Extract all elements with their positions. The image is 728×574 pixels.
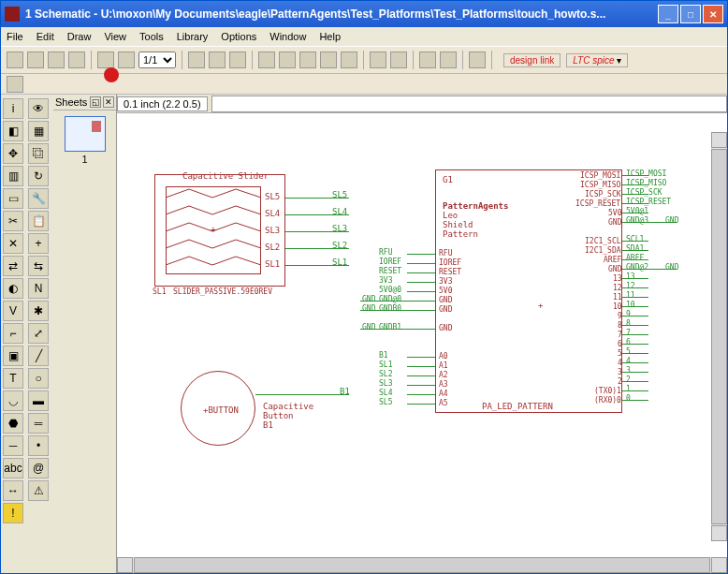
zoom-out-icon[interactable] xyxy=(299,52,316,68)
move-tool-icon[interactable]: ✥ xyxy=(3,143,23,164)
net-wire xyxy=(407,404,435,405)
dimension-tool-icon[interactable]: ↔ xyxy=(3,480,23,501)
delete-tool-icon[interactable]: ✕ xyxy=(3,233,23,254)
copy-tool-icon[interactable]: ⿻ xyxy=(28,143,49,164)
attribute-tool-icon[interactable]: @ xyxy=(28,458,49,478)
scroll-left-icon[interactable] xyxy=(117,557,133,573)
menu-edit[interactable]: Edit xyxy=(36,31,54,42)
value-tool-icon[interactable]: V xyxy=(3,301,23,321)
horizontal-scrollbar[interactable] xyxy=(117,557,727,573)
minimize-button[interactable]: _ xyxy=(658,5,678,23)
menu-view[interactable]: View xyxy=(104,31,126,42)
erc-tool-icon[interactable]: ⚠ xyxy=(28,480,49,501)
save-icon[interactable] xyxy=(27,52,44,68)
info-tool-icon[interactable]: i xyxy=(3,98,23,119)
scroll-down-icon[interactable] xyxy=(711,525,727,541)
close-button[interactable]: ✕ xyxy=(703,5,723,23)
sheets-close-icon[interactable]: ✕ xyxy=(103,96,114,108)
vertical-scrollbar[interactable] xyxy=(711,132,727,541)
script-icon[interactable] xyxy=(209,52,226,68)
undo-icon[interactable] xyxy=(370,52,386,68)
menu-help[interactable]: Help xyxy=(319,31,341,42)
zoom-redraw-icon[interactable] xyxy=(320,52,337,68)
paste-tool-icon[interactable]: 📋 xyxy=(28,211,49,231)
gateswap-tool-icon[interactable]: ⇆ xyxy=(28,256,49,276)
stop-icon[interactable] xyxy=(419,52,436,68)
junction-tool-icon[interactable]: • xyxy=(28,435,49,456)
ltc-spice-button[interactable]: LTC spice ▾ xyxy=(566,53,628,67)
miter-tool-icon[interactable]: ⌐ xyxy=(3,323,23,344)
ic-pin-label: (RX0)0 xyxy=(594,396,621,405)
invoke-tool-icon[interactable]: ▣ xyxy=(3,346,23,366)
zoom-in-icon[interactable] xyxy=(279,52,296,68)
cut-tool-icon[interactable]: ✂ xyxy=(3,211,23,231)
change-tool-icon[interactable]: 🔧 xyxy=(28,188,49,209)
menu-draw[interactable]: Draw xyxy=(67,31,92,42)
coord-readout: 0.1 inch (2.2 0.5) xyxy=(117,96,208,111)
zoom-fit-icon[interactable] xyxy=(258,52,275,68)
label-tool-icon[interactable]: abc xyxy=(3,458,23,478)
sheets-detach-icon[interactable]: ◱ xyxy=(90,96,101,108)
name-tool-icon[interactable]: N xyxy=(28,278,49,299)
go-icon[interactable] xyxy=(440,52,457,68)
menu-options[interactable]: Options xyxy=(221,31,256,42)
menu-tools[interactable]: Tools xyxy=(139,31,164,42)
split-tool-icon[interactable]: ⤢ xyxy=(28,323,49,344)
help-icon[interactable] xyxy=(469,52,486,68)
sheet-icon[interactable] xyxy=(118,52,135,68)
command-input[interactable] xyxy=(211,96,727,112)
errors-tool-icon[interactable]: ! xyxy=(3,503,23,523)
menu-file[interactable]: File xyxy=(7,31,23,42)
scroll-thumb[interactable] xyxy=(134,557,710,573)
display-tool-icon[interactable]: ◧ xyxy=(3,121,23,141)
net-label: ICSP_RESET xyxy=(626,198,671,206)
net-tool-icon[interactable]: ─ xyxy=(3,435,23,456)
net-label: SL4 xyxy=(379,389,392,397)
menu-library[interactable]: Library xyxy=(177,31,209,42)
scroll-right-icon[interactable] xyxy=(711,557,727,573)
schematic-canvas[interactable]: Capacitive Slider + SL1 SLIDER_PASSIVE.5… xyxy=(117,113,727,557)
add-tool-icon[interactable]: + xyxy=(28,233,49,254)
text-tool-icon[interactable]: T xyxy=(3,368,23,389)
cam-icon[interactable] xyxy=(68,52,85,68)
polygon-tool-icon[interactable]: ⬣ xyxy=(3,413,23,434)
ic-pin-label: ICSP_SCK xyxy=(585,190,621,199)
arc-tool-icon[interactable]: ◡ xyxy=(3,390,23,411)
scroll-up-icon[interactable] xyxy=(711,132,727,148)
replace-tool-icon[interactable]: ◐ xyxy=(3,278,23,299)
maximize-button[interactable]: □ xyxy=(680,5,701,23)
net-label: SL5 xyxy=(379,398,392,406)
grid-icon[interactable] xyxy=(7,76,23,93)
sheet-thumbnail[interactable] xyxy=(65,116,106,152)
design-link-button[interactable]: design link xyxy=(503,53,561,67)
board-icon[interactable] xyxy=(97,52,114,68)
menu-window[interactable]: Window xyxy=(269,31,306,42)
scroll-thumb[interactable] xyxy=(711,149,727,524)
group-tool-icon[interactable]: ▭ xyxy=(3,188,23,209)
net-wire xyxy=(407,329,435,330)
net-wire xyxy=(407,282,435,283)
circle-tool-icon[interactable]: ○ xyxy=(28,368,49,389)
ic-pin-label: GND xyxy=(439,305,452,314)
mark-tool-icon[interactable]: ▦ xyxy=(28,121,49,141)
rotate-tool-icon[interactable]: ↻ xyxy=(28,166,49,186)
print-icon[interactable] xyxy=(48,52,65,68)
bus-tool-icon[interactable]: ═ xyxy=(28,413,49,434)
net-label: SDA1 xyxy=(626,244,644,253)
rect-tool-icon[interactable]: ▬ xyxy=(28,390,49,411)
zoom-select-icon[interactable] xyxy=(341,52,357,68)
mirror-tool-icon[interactable]: ▥ xyxy=(3,166,23,186)
redo-icon[interactable] xyxy=(390,52,407,68)
ic-pin-label: GND xyxy=(608,265,621,273)
show-tool-icon[interactable]: 👁 xyxy=(28,98,49,119)
ulp-icon[interactable] xyxy=(229,52,246,68)
net-label: 6 xyxy=(626,338,631,346)
net-label: GND@2 xyxy=(626,263,648,272)
pinswap-tool-icon[interactable]: ⇄ xyxy=(3,256,23,276)
net-label: 5V0@1 xyxy=(626,207,648,215)
open-icon[interactable] xyxy=(7,52,23,68)
sheet-select[interactable]: 1/1 xyxy=(138,52,176,68)
wire-tool-icon[interactable]: ╱ xyxy=(28,346,49,366)
use-icon[interactable] xyxy=(188,52,205,68)
smash-tool-icon[interactable]: ✱ xyxy=(28,301,49,321)
